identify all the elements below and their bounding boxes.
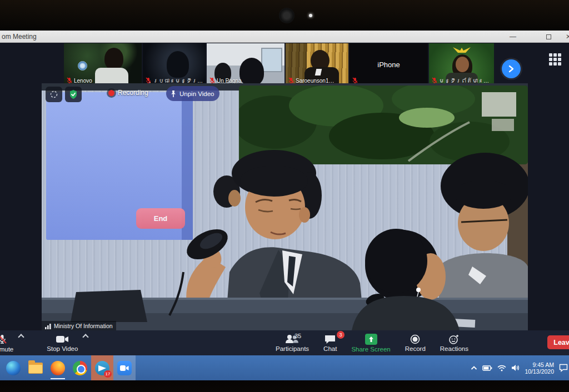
silhouette [167, 51, 189, 78]
firefox-icon [51, 361, 65, 375]
participant-name: ប្រធានមន្ទីរ… [153, 78, 203, 84]
pinned-video-stage: End Recording Unpin Video Ministry Of In… [42, 83, 528, 330]
laptop-photo-frame: om Meeting — ✕ Lenovo ប្រធានមន្ទីរ… Un P… [0, 0, 569, 392]
unmute-label: Unmute [0, 346, 13, 353]
recording-label: Recording [118, 89, 148, 97]
shared-screen-end-button: End [136, 208, 185, 229]
participant-name: មន្ទីរព័ត៌មាន… [439, 78, 489, 84]
conference-room-video [42, 83, 528, 330]
taskbar-file-explorer[interactable] [24, 355, 47, 380]
taskbar-firefox[interactable] [47, 355, 69, 380]
participants-label: Participants [276, 345, 309, 352]
window-title: om Meeting [2, 33, 37, 41]
active-speaker-name: Ministry Of Information [54, 323, 113, 329]
window-titlebar: om Meeting — ✕ [0, 31, 569, 43]
shield-check-icon [69, 89, 78, 99]
participants-count: 35 [295, 333, 301, 339]
share-screen-icon [365, 334, 377, 345]
taskbar-chrome[interactable] [69, 355, 91, 380]
camera-control-chip[interactable] [46, 87, 62, 102]
security-shield-chip[interactable] [65, 87, 82, 102]
file-explorer-icon [28, 363, 43, 374]
pin-icon [170, 90, 177, 98]
record-button[interactable]: Record [405, 330, 426, 355]
participant-thumbnail-khmer-2[interactable]: មន្ទីរព័ត៌មាន… [429, 43, 494, 86]
unpin-video-button[interactable]: Unpin Video [166, 86, 219, 101]
unmute-button[interactable]: Unmute [0, 330, 19, 355]
battery-icon[interactable] [482, 365, 492, 371]
next-participants-button[interactable] [502, 59, 521, 78]
chevron-right-icon [507, 65, 515, 73]
wifi-icon[interactable] [497, 365, 506, 371]
close-button[interactable]: ✕ [560, 31, 569, 43]
edge-icon [6, 361, 21, 375]
tray-time: 9:45 AM [525, 361, 554, 368]
zoom-app-icon [117, 361, 132, 375]
taskbar-telegram[interactable]: 17 [91, 355, 113, 380]
exposure-icon [49, 90, 58, 99]
silhouette [104, 48, 123, 70]
recording-dot-icon [108, 90, 114, 96]
muted-mic-icon [0, 334, 8, 345]
reactions-button[interactable]: Reactions [440, 330, 468, 355]
zoom-toolbar: Unmute Stop Video 35 Participants 3 Chat [0, 330, 569, 355]
participant-thumbnail-saroeunson[interactable]: Saroeunson1… [286, 43, 348, 86]
signal-bars-icon [45, 323, 52, 329]
unpin-video-label: Unpin Video [179, 91, 214, 97]
active-speaker-nameplate: Ministry Of Information [42, 321, 116, 330]
room-window [261, 48, 282, 72]
gallery-view-icon[interactable] [549, 53, 561, 66]
participant-thumbnail-un-pagna[interactable]: Un Pagna [207, 43, 284, 86]
participant-name: Lenovo [74, 78, 92, 84]
participant-thumbnail-khmer-1[interactable]: ប្រធានមន្ទីរ… [143, 43, 206, 86]
speaker-icon[interactable] [511, 364, 520, 371]
telegram-badge: 17 [104, 370, 112, 378]
participant-name: iPhone [350, 43, 428, 86]
chat-label: Chat [323, 345, 337, 352]
stop-video-label: Stop Video [47, 345, 78, 352]
maximize-button[interactable] [540, 31, 557, 43]
reactions-smiley-icon [449, 334, 460, 344]
share-screen-button[interactable]: Share Screen [351, 330, 390, 355]
mic-options-caret[interactable] [18, 334, 24, 340]
participant-thumbnail-lenovo[interactable]: Lenovo [64, 43, 142, 86]
laptop-webcam [279, 8, 295, 23]
stop-video-button[interactable]: Stop Video [41, 330, 83, 355]
leave-button[interactable]: Leave [547, 335, 569, 349]
chat-unread-badge: 3 [337, 331, 345, 339]
participant-name: Un Pagna [217, 78, 241, 84]
chrome-icon [73, 361, 87, 375]
chat-bubble-icon [324, 334, 336, 344]
tray-date: 10/13/2020 [525, 368, 554, 375]
chat-button[interactable]: 3 Chat [323, 330, 337, 355]
tray-chevron-up-icon[interactable] [471, 365, 477, 371]
participant-thumbnail-iphone[interactable]: iPhone [350, 43, 428, 86]
tray-clock[interactable]: 9:45 AM 10/13/2020 [525, 361, 554, 375]
taskbar-edge[interactable] [2, 355, 24, 380]
windows-taskbar: 17 9:45 AM 10/13/2020 [0, 355, 569, 380]
video-camera-icon [56, 334, 69, 344]
reactions-label: Reactions [440, 345, 468, 352]
action-center-icon[interactable] [559, 364, 568, 372]
recording-indicator: Recording [108, 89, 148, 97]
record-label: Record [405, 345, 426, 352]
taskbar-zoom[interactable] [113, 355, 136, 380]
participants-button[interactable]: 35 Participants [276, 330, 309, 355]
share-screen-label: Share Screen [351, 346, 390, 353]
minimize-button[interactable]: — [505, 31, 521, 43]
participant-name: Saroeunson1… [296, 78, 335, 84]
virtual-bg-logo [78, 61, 87, 71]
record-icon [410, 334, 420, 344]
webcam-led [309, 14, 312, 17]
video-options-caret[interactable] [83, 334, 89, 340]
open-app-indicator [51, 378, 65, 379]
